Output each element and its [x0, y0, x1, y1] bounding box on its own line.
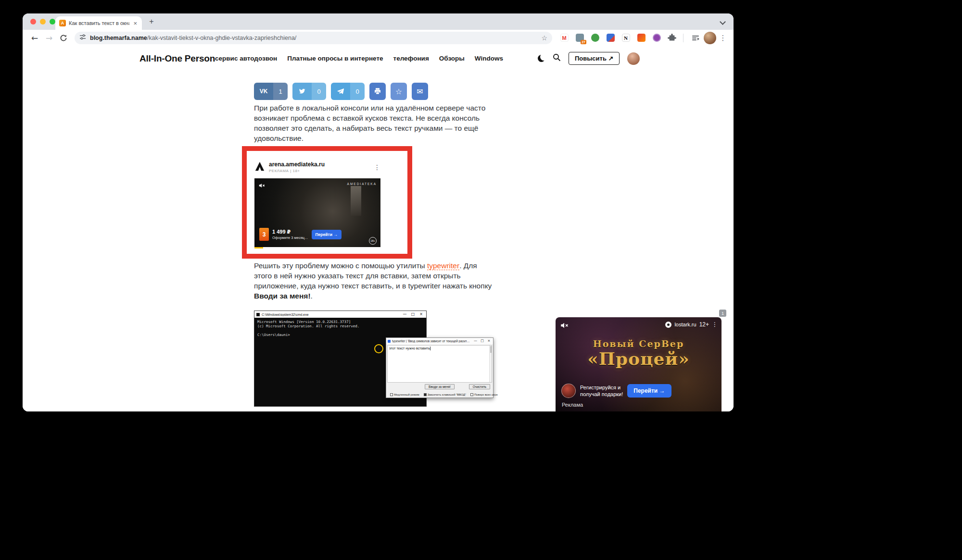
cmd-line-2: (c) Microsoft Corporation. All rights re…	[257, 324, 423, 328]
cmd-line-1: Microsoft Windows [Version 10.0.22631.37…	[257, 320, 423, 324]
video-mute-icon[interactable]	[560, 321, 569, 332]
ad-counter-badge: 1	[719, 310, 726, 317]
promo-card: 3	[259, 228, 269, 241]
text-caret	[430, 347, 430, 350]
dark-mode-moon-icon[interactable]	[538, 55, 545, 62]
typewriter-app-icon	[388, 340, 391, 343]
ad-menu-icon[interactable]: ⋮	[374, 163, 380, 171]
close-window-button[interactable]	[30, 19, 36, 25]
reload-button[interactable]	[57, 32, 70, 44]
video-scene-light	[351, 186, 361, 216]
extension-orange-icon[interactable]	[635, 32, 647, 44]
vk-icon: VK	[254, 83, 273, 100]
site-logo[interactable]: All-In-One Person	[139, 53, 215, 64]
p2-text-a: Решить эту проблему можно с помощью утил…	[254, 261, 427, 270]
paragraph-1: При работе в локальной консоли или на уд…	[254, 103, 497, 143]
back-button[interactable]: ←	[28, 32, 41, 44]
lostark-cta-button[interactable]: Перейти →	[627, 384, 671, 398]
typewriter-titlebar: typewriter | 'Ввод символов зависит от т…	[386, 338, 493, 344]
tab-search-chevron-icon[interactable]	[720, 19, 726, 25]
typewriter-title: typewriter | 'Ввод символов зависит от т…	[392, 339, 471, 343]
new-tab-button[interactable]: +	[147, 17, 156, 26]
share-twitter-button[interactable]: 0	[292, 83, 326, 100]
type-for-me-button: Вводи за меня!	[425, 384, 455, 389]
p2-text-c: .	[311, 292, 313, 300]
advertiser-site[interactable]: lostark.ru	[674, 322, 696, 327]
toolbar-divider	[683, 34, 684, 42]
ad-cta-button[interactable]: Перейти →	[312, 230, 342, 239]
browser-tab[interactable]: A Как вставить текст в окна, г… ×	[55, 16, 142, 30]
zoom-window-button[interactable]	[50, 19, 55, 25]
extension-green-icon[interactable]	[589, 32, 601, 44]
share-telegram-button[interactable]: 0	[331, 83, 365, 100]
checkbox-finish-enter: Закончить клавишей "ВВОД"	[424, 393, 466, 396]
amediateka-brand-text: AMEDIATEKA	[347, 182, 377, 186]
mute-icon[interactable]	[258, 182, 265, 191]
typewriter-maximize-icon: □	[480, 338, 485, 344]
amediateka-ad-card[interactable]: arena.amediateka.ru РЕКЛАМА | 18+ ⋮ AMED…	[254, 156, 380, 249]
tab-strip: A Как вставить текст в окна, г… × +	[23, 13, 734, 30]
typewriter-text: этот текст нужно вставить	[389, 347, 430, 350]
share-buttons: VK 1 0 0 ☆	[254, 83, 497, 100]
ad-meta-label: РЕКЛАМА | 18+	[269, 169, 370, 173]
browser-profile-avatar[interactable]	[704, 32, 716, 44]
media-controls-icon[interactable]	[689, 32, 702, 44]
extension-badge-icon[interactable]: 27	[573, 32, 586, 44]
ad-offer-row: 3 1 499 ₽ Оформите 3 месяц… Перейти →	[259, 228, 342, 241]
nav-link-windows[interactable]: Windows	[475, 55, 503, 62]
ad-title-line1: Новый СерВер	[556, 338, 722, 349]
cmd-minimize-icon: —	[402, 311, 408, 318]
ad-title: Новый СерВер «Процей»	[556, 338, 722, 368]
site-search-icon[interactable]	[553, 53, 561, 63]
extension-purple-icon[interactable]	[650, 32, 663, 44]
ad-offer-text: Оформите 3 месяц…	[272, 236, 308, 240]
telegram-plane-icon	[331, 83, 350, 100]
typewriter-minimize-icon: —	[473, 338, 478, 344]
ad-top-bar: lostark.ru 12+ ⋮	[665, 321, 718, 328]
address-bar[interactable]: blog.themarfa.name/kak-vstavit-tiekst-v-…	[75, 32, 552, 44]
site-profile-avatar[interactable]	[627, 52, 640, 65]
extension-notion-icon[interactable]: N	[620, 32, 632, 44]
traffic-lights	[30, 19, 55, 25]
extension-blue-icon[interactable]	[604, 32, 617, 44]
vk-share-count: 1	[273, 83, 288, 100]
ad-domain: arena.amediateka.ru	[269, 161, 370, 168]
cursor-highlight-circle	[374, 344, 383, 353]
print-button[interactable]	[369, 83, 386, 100]
ad-avatar	[561, 384, 576, 398]
offer-line1: Регистрируйся и	[580, 384, 623, 391]
nav-link-autodial[interactable]: сервис автодозвон	[215, 55, 277, 62]
extensions-puzzle-icon[interactable]	[666, 32, 678, 44]
minimize-window-button[interactable]	[40, 19, 46, 25]
video-progress-bar	[254, 247, 380, 249]
browser-menu-icon[interactable]: ⋮	[718, 34, 728, 42]
nav-link-telephony[interactable]: телефония	[393, 55, 429, 62]
extension-badge-count: 27	[581, 40, 586, 44]
paragraph-2: Решить эту проблему можно с помощью утил…	[254, 261, 497, 301]
article-column: VK 1 0 0 ☆	[254, 71, 497, 411]
site-nav: сервис автодозвон Платные опросы в интер…	[215, 55, 503, 62]
boost-button[interactable]: Повысить ↗	[569, 52, 620, 65]
mail-icon: ✉	[417, 87, 423, 96]
extension-gmail-icon[interactable]: M	[558, 32, 570, 44]
site-info-icon[interactable]	[79, 34, 86, 42]
email-share-button[interactable]: ✉	[412, 83, 428, 100]
mouse-cursor-icon	[377, 347, 380, 352]
forward-button[interactable]: →	[43, 32, 55, 44]
tab-close-icon[interactable]: ×	[132, 20, 138, 26]
ad-age-badge: 18+	[369, 237, 377, 245]
lostark-video-ad[interactable]: lostark.ru 12+ ⋮ Новый СерВер «Процей» Р…	[556, 317, 722, 411]
bookmark-star-icon[interactable]: ☆	[541, 34, 547, 42]
age-rating: 12+	[699, 321, 709, 328]
typewriter-scrollbar	[489, 346, 492, 382]
ad-video-player[interactable]: AMEDIATEKA 3 1 499 ₽ Оформите 3 месяц… П…	[254, 178, 380, 247]
bookmark-share-button[interactable]: ☆	[391, 83, 407, 100]
lostark-logo-icon	[665, 322, 671, 328]
browser-toolbar: ← → blog.themarfa.name/kak-vstavit-tieks…	[23, 30, 734, 46]
typewriter-link[interactable]: typewriter	[427, 261, 459, 270]
nav-link-reviews[interactable]: Обзоры	[439, 55, 465, 62]
nav-link-surveys[interactable]: Платные опросы в интернете	[287, 55, 383, 62]
ad-options-icon[interactable]: ⋮	[712, 321, 718, 328]
ad-price: 1 499 ₽	[272, 229, 308, 235]
share-vk-button[interactable]: VK 1	[254, 83, 288, 100]
